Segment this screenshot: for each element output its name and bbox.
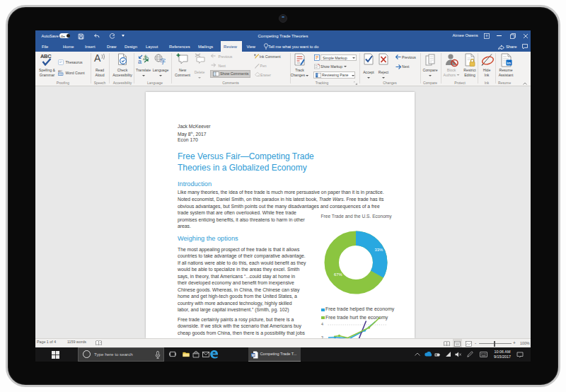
svg-text:ABC: ABC <box>58 70 63 73</box>
svg-text:in: in <box>507 61 512 65</box>
svg-text:a: a <box>138 58 142 64</box>
svg-text:字: 字 <box>160 58 166 64</box>
svg-text:W: W <box>251 353 255 357</box>
